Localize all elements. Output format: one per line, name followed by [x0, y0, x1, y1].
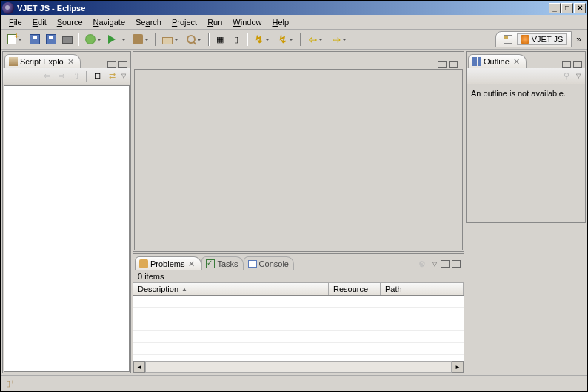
separator — [208, 33, 210, 46]
tab-outline[interactable]: Outline ✕ — [468, 54, 527, 68]
column-path[interactable]: Path — [381, 283, 464, 295]
tab-label: Script Explo — [20, 57, 64, 66]
tab-label: Problems — [150, 259, 184, 268]
maximize-view-button[interactable] — [452, 260, 461, 268]
menu-window[interactable]: Window — [227, 16, 267, 28]
separator — [155, 33, 156, 46]
bottom-panel: Problems ✕ Tasks Console ⚙ 0 — [133, 253, 464, 373]
link-editor-button[interactable]: ⇄ — [105, 70, 118, 83]
external-tools-button[interactable] — [130, 32, 152, 47]
menubar: File Edit Source Navigate Search Project… — [1, 15, 587, 30]
tab-problems[interactable]: Problems ✕ — [135, 256, 201, 270]
back-nav-button[interactable]: ⇦ — [40, 70, 53, 83]
editor-area — [133, 51, 464, 252]
menu-file[interactable]: File — [4, 16, 27, 28]
script-explorer-icon — [9, 57, 18, 66]
forward-button[interactable]: ⇨ — [328, 32, 350, 47]
menu-run[interactable]: Run — [202, 16, 227, 28]
open-type-button[interactable] — [159, 32, 181, 47]
tab-label: Console — [259, 259, 289, 268]
tab-label: Tasks — [217, 259, 238, 268]
up-nav-button[interactable]: ⇧ — [70, 70, 83, 83]
menu-help[interactable]: Help — [267, 16, 295, 28]
tab-script-explorer[interactable]: Script Explo ✕ — [4, 54, 81, 68]
search-button[interactable] — [183, 32, 205, 47]
problems-count: 0 items — [133, 270, 464, 282]
tab-console[interactable]: Console — [244, 256, 294, 270]
filter-button[interactable]: ⚙ — [415, 257, 429, 270]
debug-button[interactable] — [82, 32, 104, 47]
toggle-block-button[interactable]: ▯ — [229, 32, 244, 47]
new-button[interactable] — [4, 32, 26, 47]
save-button[interactable] — [27, 32, 42, 47]
outline-icon — [472, 57, 481, 66]
horizontal-scrollbar[interactable]: ◄ ► — [133, 361, 464, 373]
run-button[interactable] — [106, 32, 128, 47]
statusbar: ▯⁺ — [1, 375, 587, 391]
main-toolbar: ▦ ▯ ↯ ↯ ⇦ ⇨ VJET JS » — [1, 30, 587, 50]
script-explorer-tree[interactable] — [4, 85, 130, 372]
workbench: Script Explo ✕ ⇦ ⇨ ⇧ ⊟ ⇄ — [1, 50, 587, 375]
close-icon[interactable]: ✕ — [66, 57, 76, 67]
minimize-editor-button[interactable] — [438, 61, 447, 68]
editor-empty-area[interactable] — [134, 69, 463, 250]
maximize-view-button[interactable] — [118, 61, 127, 68]
tab-tasks[interactable]: Tasks — [201, 256, 243, 270]
scroll-right-button[interactable]: ► — [452, 361, 464, 373]
menu-source[interactable]: Source — [52, 16, 88, 28]
problems-table-header: Description▲ Resource Path — [133, 282, 464, 296]
maximize-button[interactable]: □ — [561, 3, 573, 13]
console-icon — [248, 260, 257, 268]
scroll-left-button[interactable]: ◄ — [133, 361, 145, 373]
sort-asc-icon: ▲ — [181, 286, 187, 293]
print-button[interactable] — [60, 32, 75, 47]
forward-nav-button[interactable]: ⇨ — [55, 70, 68, 83]
tab-label: Outline — [484, 57, 510, 66]
view-menu-button[interactable] — [431, 260, 438, 268]
minimize-button[interactable]: _ — [549, 3, 561, 13]
window-titlebar: VJET JS - Eclipse _ □ ✕ — [1, 1, 587, 15]
script-explorer-view: Script Explo ✕ ⇦ ⇨ ⇧ ⊟ ⇄ — [2, 51, 131, 373]
open-perspective-button[interactable] — [501, 32, 515, 47]
close-icon[interactable]: ✕ — [187, 259, 196, 269]
last-edit-button[interactable]: ↯ — [251, 32, 273, 47]
close-icon[interactable]: ✕ — [512, 57, 521, 67]
column-description[interactable]: Description▲ — [133, 283, 329, 295]
problems-icon — [139, 259, 148, 268]
problems-table-body[interactable] — [133, 296, 464, 361]
minimize-view-button[interactable] — [562, 61, 571, 68]
save-all-button[interactable] — [44, 32, 59, 47]
perspective-vjet-js[interactable]: VJET JS — [517, 33, 567, 45]
close-button[interactable]: ✕ — [574, 3, 586, 13]
tasks-icon — [206, 259, 215, 268]
outline-view: Outline ✕ ⚲ An outline is not available. — [466, 51, 586, 223]
menu-search[interactable]: Search — [130, 16, 167, 28]
perspective-label: VJET JS — [532, 35, 564, 44]
maximize-editor-button[interactable] — [449, 61, 458, 68]
vjet-icon — [521, 35, 529, 44]
menu-navigate[interactable]: Navigate — [88, 16, 130, 28]
outline-content: An outline is not available. — [467, 84, 585, 222]
back-button[interactable]: ⇦ — [304, 32, 327, 47]
view-menu-button[interactable] — [120, 73, 127, 80]
minimize-view-button[interactable] — [107, 61, 116, 68]
collapse-all-button[interactable]: ⊟ — [90, 70, 104, 83]
separator — [78, 33, 79, 46]
window-title: VJET JS - Eclipse — [17, 4, 85, 13]
perspective-switcher: VJET JS — [495, 31, 572, 47]
menu-project[interactable]: Project — [167, 16, 202, 28]
separator — [300, 33, 301, 46]
outline-action-button[interactable]: ⚲ — [560, 70, 573, 83]
toggle-mark-button[interactable]: ▦ — [213, 32, 227, 47]
next-annotation-button[interactable]: ↯ — [275, 32, 297, 47]
column-resource[interactable]: Resource — [329, 283, 381, 295]
separator — [247, 33, 248, 46]
eclipse-logo-icon — [2, 2, 14, 14]
maximize-view-button[interactable] — [573, 61, 582, 68]
show-views-button[interactable]: ▯⁺ — [4, 377, 17, 391]
toolbar-overflow[interactable]: » — [573, 34, 584, 44]
menu-edit[interactable]: Edit — [27, 16, 52, 28]
minimize-view-button[interactable] — [441, 260, 450, 268]
view-menu-button[interactable] — [575, 73, 582, 80]
